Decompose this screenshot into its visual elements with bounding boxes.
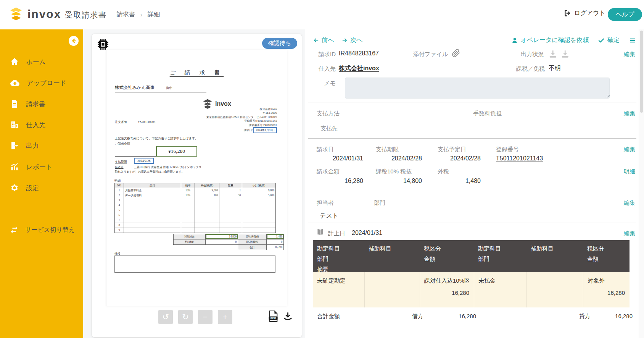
logout-button[interactable]: ログアウト — [564, 9, 605, 17]
doc-item-row: 2データ処理料10%100505,000 — [115, 193, 276, 198]
prev-button[interactable]: 前へ — [313, 36, 334, 44]
more-menu-button[interactable] — [629, 37, 636, 44]
cell-qty — [219, 213, 242, 218]
memo-input[interactable] — [345, 78, 610, 99]
cell-price — [195, 218, 219, 223]
journal-table: 勘定科目 部門 摘要 補助科目 税区分 金額 勘定科目 部門 補助科目 税区分 … — [313, 240, 630, 307]
header-debit-account: 勘定科目 — [317, 243, 360, 254]
summary-label: 8%対象 — [174, 239, 206, 245]
sidebar-item-label: 出力 — [26, 141, 39, 150]
sidebar-item-home[interactable]: ホーム — [0, 56, 83, 68]
cell-no: 1 — [115, 188, 124, 193]
supplier-label: 仕入先 — [305, 65, 336, 73]
cell-subtotal — [242, 208, 276, 213]
attachment-label: 添付ファイル — [413, 51, 448, 58]
doc-item-row: 9 — [115, 228, 276, 233]
summary-value-highlight: 1,480 — [267, 234, 284, 239]
doc-item-row: 7 — [115, 218, 276, 223]
cell-item — [124, 203, 181, 208]
pdf-download-button[interactable]: PDF — [268, 311, 278, 323]
rotate-right-button[interactable]: ↻ — [178, 310, 193, 324]
doc-honorific: 御中 — [166, 86, 172, 90]
zoom-out-button[interactable]: − — [198, 310, 213, 324]
cell-price — [195, 203, 219, 208]
doc-item-row: 5 — [115, 208, 276, 213]
sidebar-item-label: 設定 — [26, 184, 39, 192]
confirm-button[interactable]: 確定 — [598, 36, 620, 44]
taxable-label: 課税10% 税抜 — [376, 168, 412, 175]
sidebar-item-suppliers[interactable]: 仕入先 — [0, 119, 83, 131]
supplier-link[interactable]: 株式会社invox — [339, 65, 379, 73]
page-scrollbar[interactable] — [639, 29, 644, 338]
scrollbar-thumb[interactable] — [640, 31, 643, 113]
detail-lines-link[interactable]: 明細 — [624, 168, 635, 175]
doc-issuer-line: 東京都新宿区西新宿1-25-1 新宿センタービル49F +OURS — [206, 115, 277, 119]
sidebar-item-invoices[interactable]: 請求書 — [0, 98, 83, 110]
fee-burden-label: 手数料負担 — [473, 110, 502, 117]
rotate-left-button[interactable]: ↺ — [158, 310, 173, 324]
output-download-icon-2[interactable] — [560, 49, 570, 59]
sidebar: ホーム アップロード 請求書 仕入先 出力 — [0, 29, 83, 338]
breadcrumb-section[interactable]: 請求書 — [117, 11, 135, 19]
help-button[interactable]: ヘルプ — [608, 8, 642, 21]
invoice-document[interactable]: ご 請 求 書 株式会社みかん商事 御中 invox 株式会社invox 〒16… — [106, 50, 287, 306]
doc-remarks-label: 備考 — [114, 251, 121, 256]
status-badge: 確認待ち — [262, 38, 297, 49]
cell-price — [195, 198, 219, 203]
external-tax-label: 外税 — [438, 168, 449, 175]
download-image-button[interactable] — [283, 312, 293, 323]
next-button[interactable]: 次へ — [341, 36, 362, 44]
cell-qty — [219, 203, 242, 208]
section-divider — [308, 102, 636, 102]
cell-rate: 10% — [181, 193, 195, 198]
summary-value-highlight: 14,800 — [206, 234, 238, 239]
sidebar-item-output[interactable]: 出力 — [0, 139, 83, 152]
due-date-label: 支払期限 — [376, 146, 399, 153]
edit-billing-link[interactable]: 編集 — [624, 146, 635, 153]
cell-no: 3 — [115, 198, 124, 203]
edit-person-link[interactable]: 編集 — [624, 199, 635, 207]
cloud-upload-icon — [10, 78, 20, 87]
section-divider — [308, 138, 636, 139]
doc-item-row: 1月額基本料金10%9,80019,800 — [115, 188, 276, 193]
sidebar-item-reports[interactable]: レポート — [0, 161, 83, 173]
doc-summary-row: 8%対象 0 8%消費税 0 — [174, 239, 284, 245]
credit-amount: 16,280 — [588, 288, 625, 298]
doc-issue-date-highlight: 2024年1月31日 — [253, 127, 277, 133]
sidebar-item-settings[interactable]: 設定 — [0, 182, 83, 194]
edit-journal-link[interactable]: 編集 — [624, 230, 635, 237]
cell-price — [195, 213, 219, 218]
regno-link[interactable]: T5011201021143 — [496, 155, 543, 162]
breadcrumb-separator: › — [140, 11, 142, 18]
edit-payment-link[interactable]: 編集 — [624, 110, 635, 117]
breadcrumb: 請求書 › 詳細 — [117, 11, 160, 19]
next-label: 次へ — [350, 36, 362, 44]
doc-item-row: 8 — [115, 223, 276, 228]
journal-totals-row: 合計金額 借方 16,280 貸方 16,280 — [313, 307, 630, 323]
journal-table-row[interactable]: 未確定勘定 課対仕入込10%区分 16,280 未払金 対象外 16,280 — [313, 272, 630, 307]
sidebar-collapse-button[interactable] — [69, 36, 79, 46]
download-icon — [283, 312, 293, 321]
person-value: テスト — [320, 212, 338, 220]
confirm-label: 確定 — [607, 36, 620, 44]
cell-rate — [181, 198, 195, 203]
request-operator-check-button[interactable]: オペレータに確認を依頼 — [511, 36, 589, 44]
section-divider — [308, 193, 636, 193]
cell-item: 月額基本料金 — [124, 188, 181, 193]
cell-item — [124, 218, 181, 223]
summary-value: 16,280 — [267, 245, 284, 250]
sidebar-item-service-switch[interactable]: サービス切り替え — [0, 224, 83, 236]
doc-issuer-line: 登録番号:T5011201021143 — [206, 119, 277, 123]
invox-logo-icon — [8, 6, 24, 22]
doc-summary-row: 10%対象 14,800 10%消費税 1,480 — [174, 234, 284, 239]
edit-info-link[interactable]: 編集 — [624, 51, 635, 58]
doc-bank-label: 振込先 — [115, 165, 124, 169]
paperclip-icon[interactable] — [451, 49, 460, 58]
cell-qty: 1 — [219, 188, 242, 193]
zoom-in-button[interactable]: + — [218, 310, 232, 324]
doc-issuer-line: 株式会社invox — [206, 107, 277, 111]
doc-recipient-row: 株式会社みかん商事 御中 — [115, 84, 206, 92]
sidebar-item-upload[interactable]: アップロード — [0, 77, 83, 89]
cell-no: 2 — [115, 193, 124, 198]
output-download-icon-1[interactable] — [548, 49, 558, 59]
